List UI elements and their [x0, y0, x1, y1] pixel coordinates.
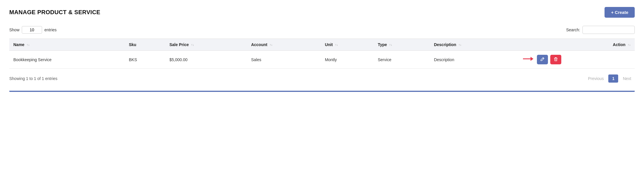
create-button[interactable]: + Create — [605, 7, 635, 18]
svg-rect-3 — [554, 58, 558, 59]
col-header-unit: Unit ↑↓ — [321, 39, 374, 51]
svg-rect-4 — [555, 57, 557, 58]
col-header-type: Type ↑↓ — [374, 39, 430, 51]
svg-marker-1 — [531, 57, 533, 61]
col-header-sale-price: Sale Price ↑↓ — [165, 39, 247, 51]
sort-icon-name[interactable]: ↑↓ — [27, 43, 30, 46]
sort-icon-type[interactable]: ↑↓ — [389, 43, 392, 46]
cell-unit: Montly — [321, 51, 374, 69]
sort-icon-account[interactable]: ↑↓ — [270, 43, 273, 46]
search-label: Search: — [566, 28, 580, 32]
sort-icon-description[interactable]: ↑↓ — [459, 43, 461, 46]
sort-icon-sale-price[interactable]: ↑↓ — [191, 43, 194, 46]
cell-sale-price: $5,000.00 — [165, 51, 247, 69]
cell-name: Bookkeeping Service — [9, 51, 125, 69]
cell-description: Description — [430, 51, 519, 69]
col-header-action: Action ↑↓ — [519, 39, 635, 51]
cell-action — [519, 51, 635, 69]
col-header-description: Description ↑↓ — [430, 39, 519, 51]
sort-icon-unit[interactable]: ↑↓ — [335, 43, 338, 46]
col-header-name: Name ↑↓ — [9, 39, 125, 51]
previous-button[interactable]: Previous — [585, 74, 607, 83]
next-button[interactable]: Next — [619, 74, 635, 83]
show-label: Show — [9, 28, 19, 32]
sort-icon-action[interactable]: ↑↓ — [628, 43, 631, 46]
table-header-row: Name ↑↓ Sku Sale Price ↑↓ Account ↑↓ Uni… — [9, 39, 635, 51]
cell-sku: BKS — [125, 51, 165, 69]
arrow-indicator-icon — [523, 56, 533, 63]
col-header-sku: Sku — [125, 39, 165, 51]
delete-button[interactable] — [550, 55, 561, 64]
entries-input[interactable] — [22, 26, 42, 34]
bottom-accent-bar — [9, 91, 635, 92]
pagination-controls: Previous 1 Next — [585, 74, 635, 83]
table-row: Bookkeeping Service BKS $5,000.00 Sales … — [9, 51, 635, 69]
cell-type: Service — [374, 51, 430, 69]
page-1-button[interactable]: 1 — [608, 74, 618, 83]
page-title: MANAGE PRODUCT & SERVICE — [9, 9, 100, 16]
edit-button[interactable] — [537, 55, 548, 64]
cell-account: Sales — [247, 51, 321, 69]
entries-label: entries — [44, 28, 57, 32]
search-input[interactable] — [582, 26, 635, 34]
showing-entries-text: Showing 1 to 1 of 1 entries — [9, 76, 57, 81]
products-table: Name ↑↓ Sku Sale Price ↑↓ Account ↑↓ Uni… — [9, 39, 635, 69]
col-header-account: Account ↑↓ — [247, 39, 321, 51]
